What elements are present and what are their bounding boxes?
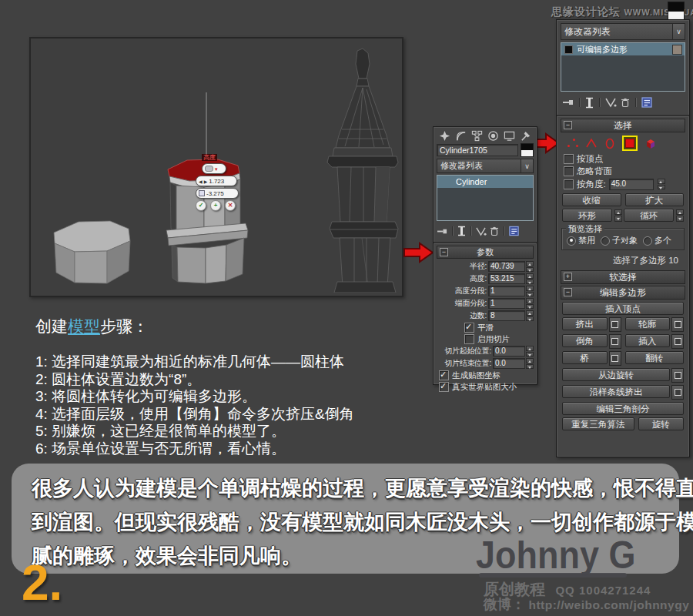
spinner[interactable] [526,298,534,309]
radius-field[interactable]: 40.739 [488,261,525,272]
spline-extrude-settings-icon[interactable] [671,385,684,400]
soft-selection-rollout-header[interactable]: 软选择 [561,270,685,284]
modify-tab-icon[interactable] [454,129,467,142]
radio-icon[interactable] [567,236,576,246]
height-segs-field[interactable]: 1 [488,286,525,296]
bevel-settings-icon[interactable] [609,334,621,349]
insert-vertex-button[interactable]: 插入顶点 [562,302,684,315]
polygon-icon-active[interactable] [622,136,638,151]
spinner[interactable] [658,179,665,189]
collapse-icon[interactable] [564,288,572,296]
caddy-apply-button[interactable]: + [210,200,221,211]
chevron-down-icon[interactable]: ∨ [672,24,685,39]
ignore-backfacing-checkbox[interactable] [564,166,574,176]
collapse-icon[interactable] [440,248,448,256]
hinge-from-edge-button[interactable]: 从边旋转 [562,368,670,381]
caddy-ok-button[interactable]: ✓ [196,200,206,211]
expand-subobject-icon[interactable] [564,45,573,54]
modifier-stack[interactable]: Cylinder [437,175,534,221]
extrude-settings-icon[interactable] [609,317,621,332]
by-vertex-checkbox[interactable] [564,154,574,164]
inset-settings-icon[interactable] [671,334,684,349]
object-name-field[interactable]: Cylinder1705 [437,144,518,156]
pin-stack-icon[interactable] [437,226,448,236]
chevron-down-icon[interactable]: ∨ [521,159,533,172]
element-icon[interactable] [644,138,657,149]
vertex-icon[interactable] [566,138,578,149]
remove-modifier-icon[interactable] [489,226,500,236]
viewport[interactable]: 高度 ▾ ◀ ▶ 1.723 -3.275 ✓ + ✕ [29,37,403,297]
turn-button[interactable]: 旋转 [638,417,684,430]
caddy-height-value[interactable]: 1.723 [209,178,224,185]
edit-polygons-rollout-header[interactable]: 编辑多边形 [561,286,685,300]
flip-button[interactable]: 翻转 [625,351,685,364]
outline-settings-icon[interactable] [671,317,684,332]
caddy-mode-button[interactable]: ▾ [202,163,226,174]
make-unique-icon[interactable] [475,226,487,236]
by-angle-checkbox[interactable] [564,179,574,189]
gen-mapping-checkbox[interactable] [439,370,449,380]
spinner[interactable] [526,286,534,296]
preview-multiple-option[interactable]: 多个 [643,235,671,246]
height-field[interactable]: 53.215 [488,273,525,284]
caddy-outline-field[interactable]: -3.275 [196,188,239,199]
hinge-settings-icon[interactable] [671,368,684,383]
display-tab-icon[interactable] [503,129,516,142]
ring-button[interactable]: 环形 [562,209,612,222]
configure-modifier-sets-icon[interactable] [641,97,653,108]
modifier-list-dropdown[interactable]: 修改器列表 ∨ [437,159,534,173]
spinner[interactable] [526,261,534,272]
ring-spinner[interactable] [614,209,622,222]
by-angle-field[interactable]: 45.0 [609,179,654,190]
modifier-list-dropdown[interactable]: 修改器列表 ∨ [561,23,685,40]
caddy-height-spinner[interactable]: ◀ ▶ 1.723 [196,176,237,186]
modifier-stack[interactable]: 可编辑多边形 [561,42,685,92]
spinner[interactable] [526,273,534,284]
collapse-icon[interactable] [564,121,572,129]
cap-segs-field[interactable]: 1 [488,298,525,309]
caddy-outline-value[interactable]: -3.275 [206,190,224,197]
preview-disable-option[interactable]: 禁用 [567,235,595,246]
bridge-settings-icon[interactable] [609,351,621,366]
radio-icon[interactable] [643,236,652,246]
inset-button[interactable]: 插入 [625,334,671,347]
real-world-checkbox[interactable] [439,382,449,392]
loop-spinner[interactable] [676,209,684,222]
shrink-button[interactable]: 收缩 [562,193,621,206]
smooth-checkbox[interactable] [464,323,474,333]
slice-from-field[interactable]: 0.0 [493,346,525,357]
sides-field[interactable]: 8 [488,310,525,321]
preview-subobject-option[interactable]: 子对象 [601,235,638,246]
make-unique-icon[interactable] [604,97,617,108]
pin-stack-icon[interactable] [562,97,574,108]
stack-item-editable-poly[interactable]: 可编辑多边形 [561,43,685,55]
caddy-cancel-button[interactable]: ✕ [225,200,236,211]
show-end-result-icon[interactable] [584,97,594,109]
bridge-button[interactable]: 桥 [562,351,608,364]
enable-slice-checkbox[interactable] [464,334,474,344]
spinner[interactable] [526,346,534,357]
configure-modifier-sets-icon[interactable] [508,226,520,236]
show-end-result-icon[interactable] [457,226,467,236]
spinner[interactable] [526,310,534,321]
utilities-tab-icon[interactable] [519,129,532,142]
spin-right-icon[interactable]: ▶ [204,179,208,184]
create-tab-icon[interactable] [438,129,451,142]
spin-left-icon[interactable]: ◀ [199,179,203,184]
parameters-rollout-header[interactable]: 参数 [437,246,534,259]
slice-to-field[interactable]: 0.0 [493,358,525,369]
retriangulate-button[interactable]: 重复三角算法 [562,417,634,430]
object-color-swatch[interactable] [521,143,534,157]
motion-tab-icon[interactable] [487,129,500,142]
bevel-button[interactable]: 倒角 [562,334,608,347]
spinner[interactable] [526,358,534,369]
expand-icon[interactable] [564,273,572,281]
border-icon[interactable] [604,138,615,149]
stack-item-cylinder[interactable]: Cylinder [437,176,533,188]
remove-modifier-icon[interactable] [620,97,631,108]
loop-button[interactable]: 循环 [624,209,674,222]
edit-triangulation-button[interactable]: 编辑三角剖分 [562,402,684,415]
selection-rollout-header[interactable]: 选择 [561,119,685,132]
outline-button[interactable]: 轮廓 [625,317,671,330]
grow-button[interactable]: 扩大 [625,193,685,206]
